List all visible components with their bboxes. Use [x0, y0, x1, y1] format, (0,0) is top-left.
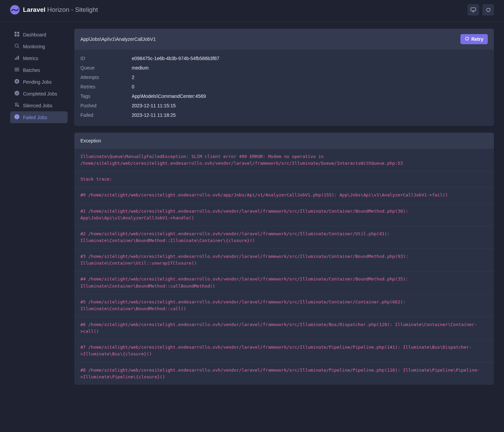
detail-label: Tags	[80, 93, 132, 99]
layout: Dashboard Monitoring Metrics Batches Pen…	[0, 22, 504, 398]
sidebar-item-failed-jobs[interactable]: Failed Jobs	[10, 111, 68, 123]
sidebar-item-dashboard[interactable]: Dashboard	[10, 29, 68, 40]
detail-row: Queuemedium	[80, 63, 488, 73]
sidebar: Dashboard Monitoring Metrics Batches Pen…	[0, 22, 68, 398]
svg-point-16	[17, 117, 17, 118]
detail-label: Attempts	[80, 75, 132, 80]
svg-rect-12	[17, 80, 18, 82]
job-detail-card: App\Jobs\Api\v1\AnalyzerCallJobV1 Retry …	[74, 29, 494, 126]
detail-label: Failed	[80, 112, 132, 118]
sidebar-item-batches[interactable]: Batches	[10, 64, 68, 76]
detail-value: e098475c-1e6b-4b3b-974b-54fb586b3f87	[132, 56, 219, 61]
sidebar-item-metrics[interactable]: Metrics	[10, 52, 68, 64]
trace-line: #5 /home/sitelight/web/coresitelight.end…	[74, 294, 494, 317]
detail-row: TagsApp\Models\CommandCenter:4569	[80, 91, 488, 101]
trace-line: #3 /home/sitelight/web/coresitelight.end…	[74, 249, 494, 271]
detail-row: Attempts2	[80, 73, 488, 82]
svg-rect-3	[17, 32, 19, 34]
detail-value: 2023-12-11 11:15:15	[132, 103, 176, 108]
search-icon	[14, 43, 20, 50]
top-actions	[468, 4, 494, 16]
trace-line: #8 /home/sitelight/web/coresitelight.end…	[74, 362, 494, 385]
detail-label: ID	[80, 56, 132, 61]
exception-title: Exception	[80, 138, 101, 143]
svg-rect-7	[15, 58, 16, 60]
pause-circle-icon	[14, 79, 20, 85]
retry-button[interactable]: Retry	[460, 34, 488, 44]
svg-rect-1	[471, 8, 476, 11]
sidebar-item-silenced-jobs[interactable]: Silenced Jobs	[10, 100, 68, 111]
sidebar-item-label: Batches	[23, 68, 40, 73]
exclamation-circle-icon	[14, 114, 20, 120]
display-mode-button[interactable]	[468, 4, 479, 16]
chart-bar-icon	[14, 55, 20, 61]
svg-rect-9	[18, 56, 19, 60]
detail-row: Pushed2023-12-11 11:15:15	[80, 101, 488, 110]
sidebar-item-completed-jobs[interactable]: Completed Jobs	[10, 88, 68, 100]
bell-off-icon	[14, 102, 20, 109]
check-circle-icon	[14, 90, 20, 97]
detail-value: App\Models\CommandCenter:4569	[132, 93, 206, 99]
trace-line: #1 /home/sitelight/web/coresitelight.end…	[74, 204, 494, 226]
detail-value: 2023-12-11 11:18:25	[132, 112, 176, 118]
detail-value: 0	[132, 84, 134, 89]
svg-point-6	[15, 44, 18, 47]
sidebar-item-label: Completed Jobs	[23, 91, 57, 97]
sidebar-item-monitoring[interactable]: Monitoring	[10, 40, 68, 52]
trace-line: #0 /home/sitelight/web/coresitelight.end…	[74, 187, 494, 203]
svg-point-13	[15, 91, 19, 96]
brand-secondary: Horizon - Sitelight	[46, 6, 98, 13]
svg-rect-8	[17, 57, 18, 60]
sidebar-item-label: Monitoring	[23, 44, 45, 49]
brand-text: Laravel Horizon - Sitelight	[23, 6, 98, 14]
brand-primary: Laravel	[23, 6, 46, 13]
sidebar-item-label: Dashboard	[23, 32, 46, 37]
trace-line: Stack trace:	[74, 171, 494, 187]
trace-line: Illuminate\Queue\ManuallyFailedException…	[74, 149, 494, 171]
refresh-icon	[465, 36, 469, 42]
trace-line: #2 /home/sitelight/web/coresitelight.end…	[74, 226, 494, 249]
job-detail-body: IDe098475c-1e6b-4b3b-974b-54fb586b3f87Qu…	[74, 50, 494, 126]
detail-value: medium	[132, 65, 149, 71]
job-card-header: App\Jobs\Api\v1\AnalyzerCallJobV1 Retry	[74, 29, 494, 50]
detail-row: Failed2023-12-11 11:18:25	[80, 110, 488, 120]
svg-rect-4	[15, 34, 17, 36]
brand: Laravel Horizon - Sitelight	[10, 5, 98, 15]
svg-rect-2	[15, 32, 17, 34]
topbar: Laravel Horizon - Sitelight	[0, 0, 504, 22]
svg-point-10	[15, 79, 19, 84]
list-icon	[14, 67, 20, 73]
detail-label: Pushed	[80, 103, 132, 108]
detail-row: Retries0	[80, 82, 488, 91]
sidebar-item-label: Pending Jobs	[23, 79, 52, 85]
grid-icon	[14, 31, 20, 38]
sidebar-item-label: Metrics	[23, 56, 38, 61]
svg-rect-5	[17, 34, 19, 36]
svg-rect-15	[17, 115, 17, 117]
trace-line: #7 /home/sitelight/web/coresitelight.end…	[74, 340, 494, 362]
detail-label: Queue	[80, 65, 132, 71]
sidebar-item-label: Silenced Jobs	[23, 103, 52, 108]
horizon-logo-icon	[10, 5, 20, 15]
trace-line: #6 /home/sitelight/web/coresitelight.end…	[74, 317, 494, 340]
detail-value: 2	[132, 75, 134, 80]
exception-card: Exception Illuminate\Queue\ManuallyFaile…	[74, 133, 494, 385]
detail-row: IDe098475c-1e6b-4b3b-974b-54fb586b3f87	[80, 54, 488, 63]
main-content: App\Jobs\Api\v1\AnalyzerCallJobV1 Retry …	[68, 22, 504, 398]
exception-card-header: Exception	[74, 133, 494, 149]
sidebar-item-label: Failed Jobs	[23, 115, 47, 120]
refresh-button[interactable]	[482, 4, 494, 16]
trace-line: #4 /home/sitelight/web/coresitelight.end…	[74, 271, 494, 294]
sidebar-item-pending-jobs[interactable]: Pending Jobs	[10, 76, 68, 88]
detail-label: Retries	[80, 84, 132, 89]
svg-rect-11	[16, 80, 17, 82]
job-title: App\Jobs\Api\v1\AnalyzerCallJobV1	[80, 36, 156, 42]
retry-label: Retry	[471, 36, 483, 42]
exception-trace-list: Illuminate\Queue\ManuallyFailedException…	[74, 149, 494, 385]
